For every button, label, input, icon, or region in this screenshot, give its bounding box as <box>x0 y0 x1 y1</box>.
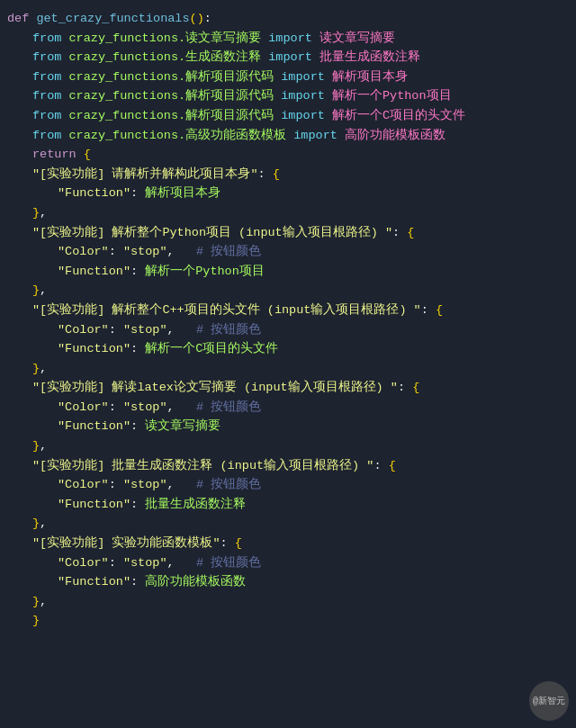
code-token <box>7 514 32 534</box>
code-token: { <box>273 167 280 181</box>
code-token: 高阶功能模板函数 <box>145 575 246 589</box>
code-token <box>312 50 320 64</box>
code-token <box>7 67 32 87</box>
code-token: : <box>109 478 123 491</box>
code-token: get_crazy_functionals <box>36 12 189 25</box>
code-token <box>312 31 320 45</box>
code-token <box>7 339 58 359</box>
code-token <box>7 436 32 456</box>
code-token <box>338 129 345 142</box>
code-token <box>7 262 58 282</box>
code-line: from crazy_functions.高级功能函数模板 import 高阶功… <box>7 126 569 146</box>
code-token: : <box>220 536 235 550</box>
code-token: , <box>40 362 47 375</box>
code-token: # 按钮颜色 <box>196 478 261 491</box>
code-line: def get_crazy_functionals(): <box>7 9 569 29</box>
code-token <box>7 475 58 495</box>
code-line: from crazy_functions.解析项目源代码 import 解析一个… <box>7 86 569 106</box>
code-token <box>7 378 32 398</box>
code-token: , <box>40 206 47 220</box>
code-line: from crazy_functions.解析项目源代码 import 解析项目… <box>7 67 569 87</box>
code-token: 解析一个C项目的头文件 <box>145 342 278 355</box>
code-line: } <box>7 611 569 631</box>
code-token: "[实验功能] 解析整个C++项目的头文件 (input输入项目根路径) " <box>32 303 421 317</box>
code-token: "Function" <box>58 342 130 355</box>
watermark: @新智元 <box>529 681 569 721</box>
code-token: : <box>130 186 145 200</box>
code-token <box>7 572 58 592</box>
code-line: "Function": 高阶功能模板函数 <box>7 572 569 592</box>
code-token: 高阶功能模板函数 <box>345 129 446 142</box>
code-token: { <box>84 148 91 161</box>
code-token: import <box>293 129 338 142</box>
code-token: "stop" <box>123 245 167 258</box>
code-token: , <box>40 439 47 453</box>
code-token: crazy_functions.高级功能函数模板 <box>69 129 287 142</box>
code-line: "Function": 批量生成函数注释 <box>7 495 569 515</box>
code-line: "Color": "stop", # 按钮颜色 <box>7 553 569 573</box>
code-token <box>7 398 58 418</box>
code-token: : <box>374 459 388 472</box>
code-token: } <box>32 362 40 375</box>
code-token: : <box>130 265 145 278</box>
code-token: : <box>109 245 123 258</box>
code-line: "[实验功能] 批量生成函数注释 (input输入项目根路径) ": { <box>7 456 569 476</box>
code-token: : <box>109 556 123 570</box>
code-token: "stop" <box>123 478 167 491</box>
code-token <box>7 242 58 262</box>
code-token: "Function" <box>58 498 130 511</box>
code-token: , <box>167 556 196 570</box>
code-line: }, <box>7 203 569 223</box>
code-token <box>7 223 32 243</box>
code-token <box>7 29 32 49</box>
code-token: 解析一个Python项目 <box>145 265 265 278</box>
code-token: from <box>32 31 69 45</box>
code-token: : <box>109 400 123 414</box>
code-token: "[实验功能] 实验功能函数模板" <box>32 536 220 550</box>
code-token: , <box>167 323 196 337</box>
code-line: "[实验功能] 解析整个C++项目的头文件 (input输入项目根路径) ": … <box>7 301 569 320</box>
code-token: # 按钮颜色 <box>196 556 261 570</box>
code-token: crazy_functions.解析项目源代码 <box>69 109 274 122</box>
code-token: "Color" <box>58 323 109 337</box>
code-token: { <box>412 381 419 394</box>
code-token: import <box>268 50 312 64</box>
code-token: , <box>40 283 47 297</box>
code-token: from <box>32 109 69 122</box>
code-token: "Color" <box>58 400 109 414</box>
code-token <box>7 456 32 476</box>
code-line: "Function": 解析项目本身 <box>7 184 569 203</box>
code-token: : <box>392 226 407 239</box>
code-line: "[实验功能] 请解析并解构此项目本身": { <box>7 165 569 184</box>
code-token: } <box>32 614 40 627</box>
code-token: { <box>235 536 242 550</box>
code-token: import <box>268 31 312 45</box>
code-token: : <box>130 419 145 433</box>
code-token: import <box>281 89 325 103</box>
code-token: "[实验功能] 解读latex论文写摘要 (input输入项目根路径) " <box>32 381 398 394</box>
code-token: "Color" <box>58 245 109 258</box>
code-token: # 按钮颜色 <box>196 400 261 414</box>
code-token <box>7 417 58 436</box>
code-token <box>7 359 32 379</box>
code-token <box>325 109 332 122</box>
code-token <box>7 611 32 631</box>
code-token: "[实验功能] 解析整个Python项目 (input输入项目根路径) " <box>32 226 392 239</box>
code-token: "Function" <box>58 186 130 200</box>
code-token: 解析项目本身 <box>332 70 408 84</box>
code-token: , <box>167 245 196 258</box>
code-line: "Color": "stop", # 按钮颜色 <box>7 398 569 418</box>
code-token: : <box>421 303 436 317</box>
code-token: () <box>190 12 204 25</box>
code-token: } <box>32 439 40 453</box>
code-line: return { <box>7 145 569 165</box>
code-line: "Function": 解析一个Python项目 <box>7 262 569 282</box>
code-token: { <box>436 303 443 317</box>
code-token: "stop" <box>123 400 167 414</box>
code-token: "[实验功能] 请解析并解构此项目本身" <box>32 167 258 181</box>
code-token: crazy_functions.解析项目源代码 <box>69 70 274 84</box>
code-token: crazy_functions.读文章写摘要 <box>69 31 262 45</box>
code-token: "Function" <box>58 419 130 433</box>
code-token <box>7 534 32 553</box>
code-token: : <box>258 167 273 181</box>
